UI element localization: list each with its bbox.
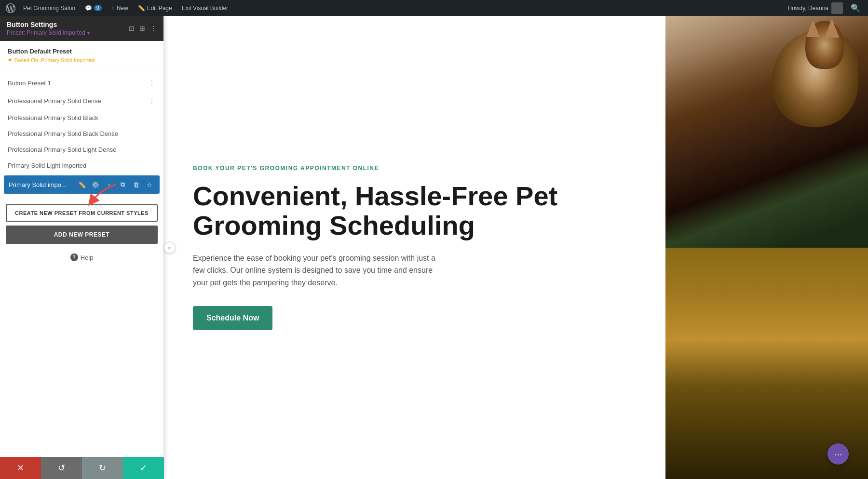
list-item[interactable]: Professional Primary Solid Dense ⋮ [0, 92, 163, 110]
bottom-toolbar: ✕ ↺ ↻ ✓ [0, 457, 164, 479]
schedule-button[interactable]: Schedule Now [193, 306, 272, 330]
list-item[interactable]: Button Preset 1 ⋮ [0, 74, 163, 92]
help-circle-icon: ? [70, 253, 78, 261]
redo-button[interactable]: ↻ [82, 457, 123, 479]
user-avatar [831, 2, 843, 14]
help-link[interactable]: ? Help [5, 253, 159, 261]
delete-preset-icon[interactable]: 🗑 [131, 179, 141, 190]
create-preset-button[interactable]: CREATE NEW PRESET FROM CURRENT STYLES [6, 204, 158, 222]
hero-description: Experience the ease of booking your pet'… [193, 252, 444, 289]
search-icon[interactable]: 🔍 [847, 1, 864, 14]
preset-dropdown-arrow: ▾ [87, 30, 90, 36]
new-label: New [117, 5, 128, 12]
add-preset-button[interactable]: ADD NEW PRESET [6, 226, 158, 244]
exit-builder-label: Exit Visual Builder [182, 5, 229, 12]
hero-eyebrow: BOOK YOUR PET'S GROOMING APPOINTMENT ONL… [193, 165, 637, 172]
panel-preset-label[interactable]: Preset: Primary Solid imported ▾ [7, 29, 90, 36]
panel-buttons: CREATE NEW PRESET FROM CURRENT STYLES AD… [0, 200, 163, 249]
list-item[interactable]: Professional Primary Solid Light Dense [0, 142, 163, 158]
preset-list: Button Preset 1 ⋮ Professional Primary S… [0, 70, 163, 200]
hero-section: BOOK YOUR PET'S GROOMING APPOINTMENT ONL… [164, 16, 868, 479]
copy-preset-icon[interactable]: ⧉ [117, 179, 128, 190]
wordpress-logo[interactable] [4, 1, 17, 15]
active-preset-item[interactable]: Primary Solid impo... ✏️ ⚙️ ↑ ⧉ 🗑 ☆ [4, 175, 160, 194]
button-settings-panel: Button Settings Preset: Primary Solid im… [0, 16, 164, 479]
more-dots-icon[interactable]: ⋮ [148, 79, 156, 88]
star-preset-icon[interactable]: ☆ [144, 179, 155, 190]
howdy-text: Howdy, Deanna [788, 2, 843, 14]
hero-right-images [665, 16, 868, 479]
new-link[interactable]: + New [108, 3, 132, 13]
star-icon: ★ [8, 57, 13, 63]
panel-body: Button Default Preset ★ Based On: Primar… [0, 41, 163, 479]
save-button[interactable]: ✓ [123, 457, 164, 479]
hero-left: BOOK YOUR PET'S GROOMING APPOINTMENT ONL… [164, 16, 665, 479]
resize-handle[interactable]: ↔ [164, 242, 176, 253]
admin-bar: Pet Grooming Salon 💬 0 + New ✏️ Edit Pag… [0, 0, 868, 16]
more-dots-icon[interactable]: ⋮ [148, 96, 156, 106]
fab-dots-button[interactable]: ··· [827, 443, 849, 465]
default-preset-section: Button Default Preset ★ Based On: Primar… [0, 41, 163, 70]
comment-count: 0 [94, 5, 102, 11]
upload-preset-icon[interactable]: ↑ [104, 179, 114, 190]
settings-preset-icon[interactable]: ⚙️ [90, 179, 101, 190]
panel-header-icons: ⊡ ⊞ ⋮ [129, 25, 157, 32]
list-item[interactable]: Primary Solid Light imported [0, 158, 163, 173]
page-content: BOOK YOUR PET'S GROOMING APPOINTMENT ONL… [164, 16, 868, 479]
panel-header: Button Settings Preset: Primary Solid im… [0, 16, 163, 41]
main-layout: Button Settings Preset: Primary Solid im… [0, 16, 868, 479]
cat-image-top [665, 16, 868, 248]
undo-button[interactable]: ↺ [41, 457, 82, 479]
default-preset-based: ★ Based On: Primary Solid imported [8, 57, 156, 63]
panel-title: Button Settings [7, 21, 90, 28]
edit-page-label: Edit Page [147, 5, 172, 12]
more-options-icon[interactable]: ⋮ [150, 25, 157, 32]
list-item[interactable]: Professional Primary Solid Black Dense [0, 126, 163, 142]
cancel-button[interactable]: ✕ [0, 457, 41, 479]
site-name-link[interactable]: Pet Grooming Salon [19, 3, 79, 13]
active-preset-label: Primary Solid impo... [9, 181, 74, 188]
default-preset-title: Button Default Preset [8, 48, 156, 55]
edit-page-link[interactable]: ✏️ Edit Page [134, 3, 176, 13]
exit-builder-link[interactable]: Exit Visual Builder [178, 3, 232, 13]
panel-help: ? Help [0, 249, 163, 266]
hero-title: Convenient, Hassle-Free Pet Grooming Sch… [193, 181, 637, 240]
site-name: Pet Grooming Salon [23, 5, 75, 12]
list-item[interactable]: Professional Primary Solid Black [0, 110, 163, 126]
screen-options-icon[interactable]: ⊡ [129, 25, 135, 32]
grid-icon[interactable]: ⊞ [139, 25, 145, 32]
preset-active-icons: ✏️ ⚙️ ↑ ⧉ 🗑 ☆ [77, 179, 155, 190]
edit-preset-icon[interactable]: ✏️ [77, 179, 87, 190]
comments-link[interactable]: 💬 0 [81, 3, 106, 13]
